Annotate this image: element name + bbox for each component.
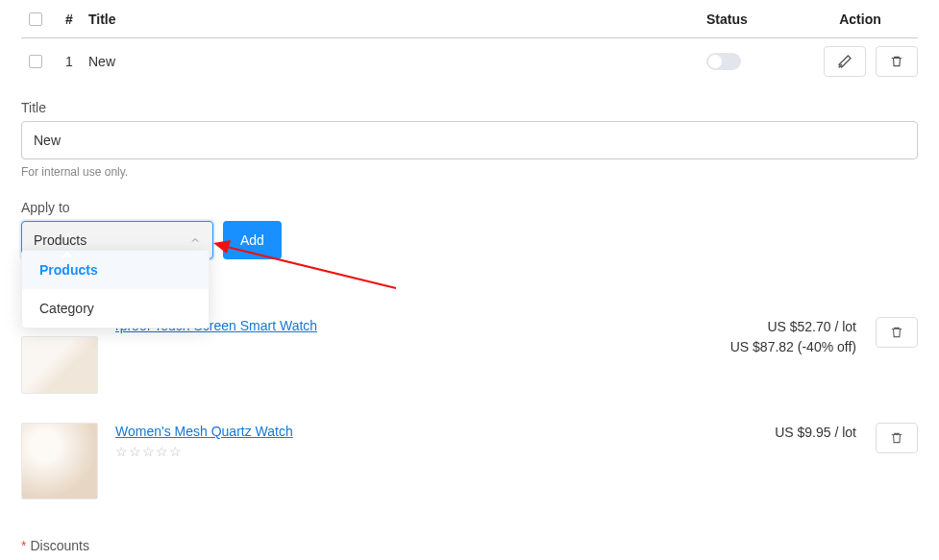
trash-icon bbox=[890, 430, 903, 446]
discounts-label-text: Discounts bbox=[30, 538, 88, 553]
row-index: 1 bbox=[50, 54, 88, 69]
col-header-index: # bbox=[50, 12, 88, 27]
col-header-status: Status bbox=[706, 12, 803, 27]
add-button[interactable]: Add bbox=[223, 221, 282, 259]
title-input[interactable] bbox=[21, 121, 918, 159]
dropdown-option-category[interactable]: Category bbox=[22, 289, 209, 328]
row-title: New bbox=[88, 54, 706, 69]
title-hint: For internal use only. bbox=[21, 165, 918, 179]
row-checkbox[interactable] bbox=[29, 55, 42, 68]
required-asterisk: * bbox=[21, 538, 26, 553]
product-row: Women's Mesh Quartz Watch ☆☆☆☆☆ US $9.95… bbox=[21, 423, 918, 499]
table-header: # Title Status Action bbox=[21, 0, 918, 38]
dropdown-option-products[interactable]: Products bbox=[22, 251, 209, 289]
pencil-icon bbox=[837, 54, 853, 69]
product-thumbnail[interactable] bbox=[21, 423, 98, 499]
status-toggle[interactable] bbox=[706, 53, 741, 70]
remove-product-button[interactable] bbox=[876, 423, 918, 453]
rating-stars: ☆☆☆☆☆ bbox=[115, 444, 775, 459]
product-link[interactable]: Women's Mesh Quartz Watch bbox=[115, 424, 293, 439]
product-thumbnail[interactable] bbox=[21, 336, 98, 394]
col-header-title: Title bbox=[88, 12, 706, 27]
apply-to-label: Apply to bbox=[21, 200, 918, 215]
table-row: 1 New bbox=[21, 38, 918, 85]
title-label: Title bbox=[21, 100, 918, 115]
edit-button[interactable] bbox=[824, 46, 866, 77]
price-line: US $87.82 (-40% off) bbox=[730, 337, 856, 357]
product-price: US $9.95 / lot bbox=[775, 423, 870, 443]
price-line: US $9.95 / lot bbox=[775, 423, 856, 443]
product-row: rproof Touch Screen Smart Watch US $52.7… bbox=[21, 317, 918, 394]
select-all-checkbox[interactable] bbox=[29, 12, 42, 26]
apply-to-dropdown: Products Category bbox=[21, 250, 210, 329]
product-price: US $52.70 / lot US $87.82 (-40% off) bbox=[730, 317, 870, 357]
trash-icon bbox=[890, 54, 903, 69]
chevron-up-icon bbox=[189, 234, 201, 246]
col-header-action: Action bbox=[803, 12, 918, 27]
remove-product-button[interactable] bbox=[876, 317, 918, 348]
price-line: US $52.70 / lot bbox=[730, 317, 856, 337]
discounts-label: *Discounts bbox=[21, 538, 918, 553]
trash-icon bbox=[890, 325, 903, 340]
delete-button[interactable] bbox=[876, 46, 918, 77]
